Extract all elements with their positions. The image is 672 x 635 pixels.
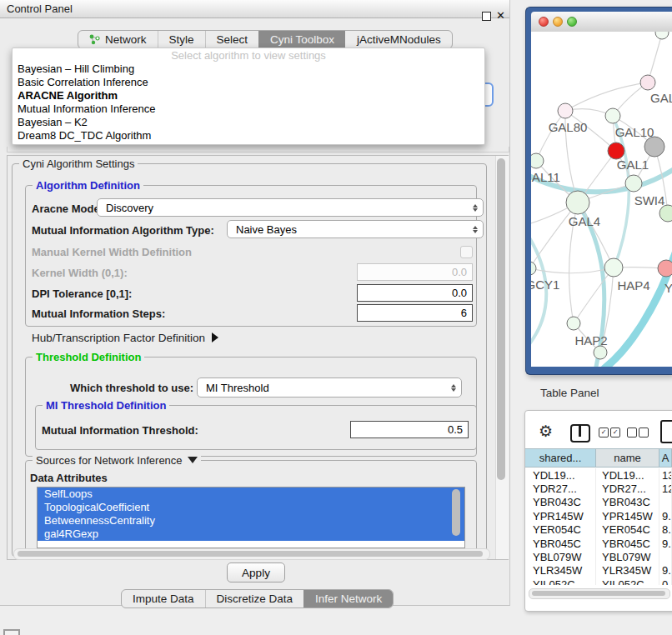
network-node-SWI4[interactable]: [625, 175, 642, 192]
table-row[interactable]: YBL079WYBL079W: [525, 550, 672, 563]
mi-steps-field[interactable]: 6: [357, 304, 473, 322]
manual-kernel-checkbox[interactable]: [460, 246, 473, 258]
minimize-traffic-light-icon[interactable]: [553, 17, 563, 27]
select-all-icon[interactable]: ✓: [610, 428, 620, 438]
settings-horizontal-scrollbar-track[interactable]: [13, 548, 490, 560]
network-node-HAP4[interactable]: [604, 258, 623, 277]
network-node-HAP2[interactable]: [567, 317, 580, 330]
select-all-icon[interactable]: ✓: [599, 428, 609, 438]
table-row[interactable]: YBR045CYBR045C9.: [525, 537, 672, 550]
table-row[interactable]: YBR043CYBR043C: [525, 496, 672, 509]
apply-button[interactable]: Apply: [227, 562, 285, 582]
column-header-shared-name[interactable]: shared...: [525, 449, 596, 467]
table-cell[interactable]: YIL052C: [596, 578, 659, 585]
tab-impute-data[interactable]: Impute Data: [122, 590, 205, 608]
algorithm-menu-item[interactable]: Bayesian – K2: [13, 116, 484, 129]
table-cell[interactable]: YBL079W: [525, 550, 596, 563]
table-cell[interactable]: YBR043C: [525, 496, 596, 509]
network-node-GAL11[interactable]: [531, 153, 544, 168]
table-cell[interactable]: 0.: [659, 578, 672, 585]
network-node-node-bottom-green[interactable]: [594, 346, 607, 359]
settings-vertical-scrollbar[interactable]: [497, 158, 505, 480]
table-cell[interactable]: YPR145W: [596, 509, 659, 522]
table-cell[interactable]: [659, 550, 672, 563]
mi-threshold-field[interactable]: 0.5: [350, 421, 469, 438]
network-node-GAL4[interactable]: [566, 191, 589, 214]
table-cell[interactable]: 9.: [659, 564, 672, 578]
table-horizontal-scrollbar[interactable]: [532, 591, 665, 596]
table-cell[interactable]: 12: [659, 482, 672, 495]
network-node-node-salmon[interactable]: [658, 260, 672, 277]
data-attributes-list[interactable]: SelfLoopsTopologicalCoefficientBetweenne…: [37, 487, 465, 548]
table-cell[interactable]: YDL19...: [596, 468, 659, 482]
gear-icon[interactable]: ⚙: [539, 422, 553, 440]
network-node-GCY1[interactable]: [531, 262, 536, 275]
table-cell[interactable]: YBL079W: [596, 550, 659, 563]
network-node-node-top-right-pink[interactable]: [640, 75, 655, 90]
algorithm-menu-item[interactable]: Bayesian – Hill Climbing: [13, 62, 484, 76]
zoom-traffic-light-icon[interactable]: [567, 17, 577, 27]
table-cell[interactable]: [659, 496, 672, 509]
dpi-tolerance-field[interactable]: 0.0: [357, 284, 473, 302]
table-horizontal-scrollbar-track[interactable]: [529, 588, 670, 599]
network-node-node-gray[interactable]: [644, 137, 664, 157]
column-header-partial[interactable]: A: [659, 449, 672, 467]
tab-style[interactable]: Style: [158, 31, 205, 48]
deselect-all-icon[interactable]: [627, 428, 637, 438]
close-icon[interactable]: ✕: [496, 9, 505, 22]
network-window-titlebar[interactable]: [531, 12, 672, 32]
algorithm-menu-item[interactable]: Basic Correlation Inference: [13, 76, 484, 89]
attribute-list-item[interactable]: gal4RGexp: [38, 528, 464, 541]
network-node-GAL10[interactable]: [605, 108, 620, 123]
algorithm-menu-item[interactable]: Mutual Information Inference: [13, 102, 484, 116]
table-row[interactable]: YDL19...YDL19...13: [525, 468, 672, 482]
network-canvas[interactable]: GALGAL80GAL10GAL1GAL11SWI4GAL4GCY1HAP4YH…: [531, 32, 672, 367]
network-edge[interactable]: [536, 111, 565, 161]
table-cell[interactable]: 9.: [659, 537, 672, 550]
tab-network[interactable]: Network: [78, 31, 158, 48]
table-cell[interactable]: YBR043C: [596, 496, 659, 509]
table-cell[interactable]: YBR045C: [525, 537, 596, 550]
network-edge[interactable]: [565, 82, 648, 111]
algorithm-menu-item[interactable]: ARACNE Algorithm: [13, 89, 484, 102]
table-cell[interactable]: YDL19...: [525, 468, 596, 482]
network-node-node-right-green[interactable]: [659, 205, 672, 222]
network-node-GAL80[interactable]: [558, 103, 573, 118]
table-cell[interactable]: YDR27...: [525, 482, 596, 495]
float-window-icon[interactable]: [482, 12, 491, 21]
tab-cyni-toolbox[interactable]: Cyni Toolbox: [258, 31, 345, 48]
network-node-node-top-edge[interactable]: [655, 32, 669, 39]
kernel-width-field[interactable]: 0.0: [357, 263, 473, 281]
algorithm-menu-item[interactable]: Dream8 DC_TDC Algorithm: [13, 129, 484, 142]
table-cell[interactable]: 8.: [659, 523, 672, 537]
table-row[interactable]: YIL052CYIL052C0.: [525, 578, 672, 585]
close-traffic-light-icon[interactable]: [539, 17, 549, 27]
table-cell[interactable]: 9.: [659, 509, 672, 522]
table-row[interactable]: YPR145WYPR145W9.: [525, 509, 672, 522]
table-cell[interactable]: 13: [659, 468, 672, 482]
attribute-list-item[interactable]: BetweennessCentrality: [38, 514, 464, 528]
table-cell[interactable]: YPR145W: [525, 509, 596, 522]
tab-jactivemnodules[interactable]: jActiveMNodules: [345, 31, 452, 48]
table-row[interactable]: YDR27...YDR27...12: [525, 482, 672, 495]
column-header-name[interactable]: name: [596, 449, 659, 467]
table-cell[interactable]: YER054C: [596, 523, 659, 537]
table-cell[interactable]: YLR345W: [525, 564, 596, 578]
mi-type-combobox[interactable]: Naive Bayes: [227, 220, 484, 238]
attribute-list-item[interactable]: SelfLoops: [38, 488, 464, 501]
deselect-all-icon[interactable]: [639, 428, 649, 438]
table-row[interactable]: YER054CYER054C8.: [525, 523, 672, 537]
split-view-icon[interactable]: [570, 424, 590, 442]
table-cell[interactable]: YBR045C: [596, 537, 659, 550]
table-cell[interactable]: YER054C: [525, 523, 596, 537]
table-cell[interactable]: YLR345W: [596, 564, 659, 578]
table-body[interactable]: YDL19...YDL19...13YDR27...YDR27...12YBR0…: [525, 468, 672, 585]
hub-definition-expander[interactable]: Hub/Transcription Factor Definition: [32, 332, 218, 344]
which-threshold-combobox[interactable]: MI Threshold: [197, 378, 462, 398]
tab-infer-network[interactable]: Infer Network: [303, 590, 393, 608]
network-node-GAL1[interactable]: [608, 142, 624, 159]
minimized-panel-icon[interactable]: [3, 629, 20, 635]
tab-discretize-data[interactable]: Discretize Data: [205, 590, 304, 608]
tab-select[interactable]: Select: [205, 31, 259, 48]
attributes-list-scrollbar[interactable]: [452, 489, 460, 536]
